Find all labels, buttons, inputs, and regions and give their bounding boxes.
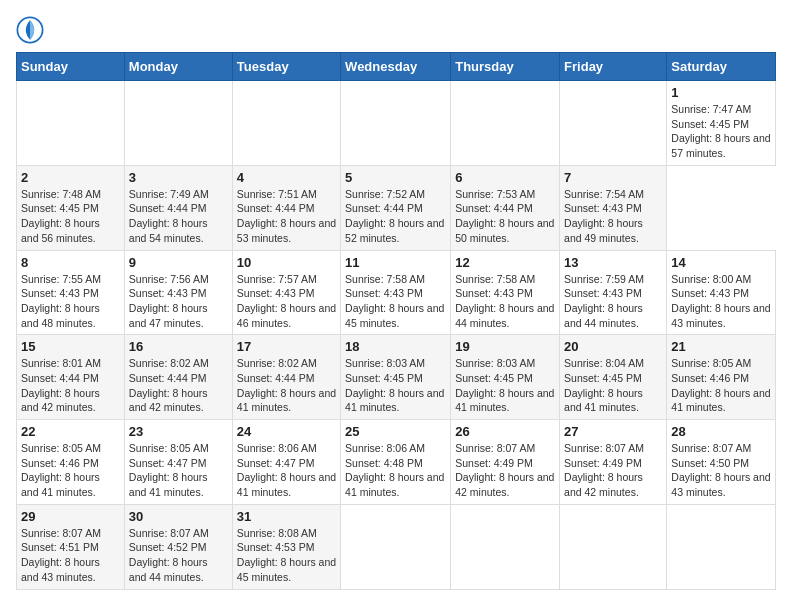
calendar-cell	[560, 504, 667, 589]
calendar-cell: 23 Sunrise: 8:05 AMSunset: 4:47 PMDaylig…	[124, 420, 232, 505]
day-number: 7	[564, 170, 662, 185]
calendar-cell: 29 Sunrise: 8:07 AMSunset: 4:51 PMDaylig…	[17, 504, 125, 589]
calendar-cell	[124, 81, 232, 166]
day-info: Sunrise: 7:59 AMSunset: 4:43 PMDaylight:…	[564, 272, 662, 331]
day-info: Sunrise: 8:07 AMSunset: 4:49 PMDaylight:…	[455, 441, 555, 500]
calendar-cell: 30 Sunrise: 8:07 AMSunset: 4:52 PMDaylig…	[124, 504, 232, 589]
calendar-header-monday: Monday	[124, 53, 232, 81]
calendar-cell: 22 Sunrise: 8:05 AMSunset: 4:46 PMDaylig…	[17, 420, 125, 505]
calendar-cell: 8 Sunrise: 7:55 AMSunset: 4:43 PMDayligh…	[17, 250, 125, 335]
day-info: Sunrise: 8:06 AMSunset: 4:47 PMDaylight:…	[237, 441, 336, 500]
day-info: Sunrise: 7:56 AMSunset: 4:43 PMDaylight:…	[129, 272, 228, 331]
calendar-cell: 21 Sunrise: 8:05 AMSunset: 4:46 PMDaylig…	[667, 335, 776, 420]
calendar-cell: 14 Sunrise: 8:00 AMSunset: 4:43 PMDaylig…	[667, 250, 776, 335]
day-info: Sunrise: 7:55 AMSunset: 4:43 PMDaylight:…	[21, 272, 120, 331]
day-info: Sunrise: 8:01 AMSunset: 4:44 PMDaylight:…	[21, 356, 120, 415]
calendar-cell	[341, 504, 451, 589]
calendar-cell: 5 Sunrise: 7:52 AMSunset: 4:44 PMDayligh…	[341, 165, 451, 250]
calendar-cell: 18 Sunrise: 8:03 AMSunset: 4:45 PMDaylig…	[341, 335, 451, 420]
day-number: 3	[129, 170, 228, 185]
calendar-week-row: 29 Sunrise: 8:07 AMSunset: 4:51 PMDaylig…	[17, 504, 776, 589]
day-info: Sunrise: 7:54 AMSunset: 4:43 PMDaylight:…	[564, 187, 662, 246]
calendar-cell	[341, 81, 451, 166]
calendar-cell: 17 Sunrise: 8:02 AMSunset: 4:44 PMDaylig…	[232, 335, 340, 420]
calendar-cell: 6 Sunrise: 7:53 AMSunset: 4:44 PMDayligh…	[451, 165, 560, 250]
calendar-week-row: 8 Sunrise: 7:55 AMSunset: 4:43 PMDayligh…	[17, 250, 776, 335]
calendar-cell	[560, 81, 667, 166]
calendar-cell: 31 Sunrise: 8:08 AMSunset: 4:53 PMDaylig…	[232, 504, 340, 589]
day-number: 17	[237, 339, 336, 354]
calendar-cell: 11 Sunrise: 7:58 AMSunset: 4:43 PMDaylig…	[341, 250, 451, 335]
calendar-cell	[451, 81, 560, 166]
day-info: Sunrise: 7:49 AMSunset: 4:44 PMDaylight:…	[129, 187, 228, 246]
day-info: Sunrise: 8:07 AMSunset: 4:49 PMDaylight:…	[564, 441, 662, 500]
calendar-cell: 4 Sunrise: 7:51 AMSunset: 4:44 PMDayligh…	[232, 165, 340, 250]
page-header	[16, 16, 776, 44]
day-number: 26	[455, 424, 555, 439]
day-info: Sunrise: 8:02 AMSunset: 4:44 PMDaylight:…	[237, 356, 336, 415]
day-info: Sunrise: 8:02 AMSunset: 4:44 PMDaylight:…	[129, 356, 228, 415]
calendar-header-tuesday: Tuesday	[232, 53, 340, 81]
calendar-cell: 15 Sunrise: 8:01 AMSunset: 4:44 PMDaylig…	[17, 335, 125, 420]
calendar-cell	[451, 504, 560, 589]
day-number: 8	[21, 255, 120, 270]
day-number: 12	[455, 255, 555, 270]
day-info: Sunrise: 7:57 AMSunset: 4:43 PMDaylight:…	[237, 272, 336, 331]
calendar-cell: 12 Sunrise: 7:58 AMSunset: 4:43 PMDaylig…	[451, 250, 560, 335]
day-number: 11	[345, 255, 446, 270]
day-number: 5	[345, 170, 446, 185]
day-info: Sunrise: 7:52 AMSunset: 4:44 PMDaylight:…	[345, 187, 446, 246]
calendar-cell: 25 Sunrise: 8:06 AMSunset: 4:48 PMDaylig…	[341, 420, 451, 505]
calendar-cell: 1 Sunrise: 7:47 AMSunset: 4:45 PMDayligh…	[667, 81, 776, 166]
day-number: 31	[237, 509, 336, 524]
day-number: 10	[237, 255, 336, 270]
day-number: 22	[21, 424, 120, 439]
calendar-header-sunday: Sunday	[17, 53, 125, 81]
day-info: Sunrise: 8:07 AMSunset: 4:52 PMDaylight:…	[129, 526, 228, 585]
day-info: Sunrise: 8:06 AMSunset: 4:48 PMDaylight:…	[345, 441, 446, 500]
day-number: 28	[671, 424, 771, 439]
calendar-week-row: 1 Sunrise: 7:47 AMSunset: 4:45 PMDayligh…	[17, 81, 776, 166]
day-number: 30	[129, 509, 228, 524]
calendar-week-row: 22 Sunrise: 8:05 AMSunset: 4:46 PMDaylig…	[17, 420, 776, 505]
day-info: Sunrise: 8:07 AMSunset: 4:51 PMDaylight:…	[21, 526, 120, 585]
calendar-cell: 26 Sunrise: 8:07 AMSunset: 4:49 PMDaylig…	[451, 420, 560, 505]
day-info: Sunrise: 7:51 AMSunset: 4:44 PMDaylight:…	[237, 187, 336, 246]
calendar-cell: 28 Sunrise: 8:07 AMSunset: 4:50 PMDaylig…	[667, 420, 776, 505]
calendar-table: SundayMondayTuesdayWednesdayThursdayFrid…	[16, 52, 776, 590]
day-number: 19	[455, 339, 555, 354]
day-number: 2	[21, 170, 120, 185]
calendar-header-friday: Friday	[560, 53, 667, 81]
calendar-header-thursday: Thursday	[451, 53, 560, 81]
logo-icon	[16, 16, 44, 44]
day-info: Sunrise: 8:00 AMSunset: 4:43 PMDaylight:…	[671, 272, 771, 331]
day-info: Sunrise: 8:05 AMSunset: 4:46 PMDaylight:…	[21, 441, 120, 500]
day-number: 21	[671, 339, 771, 354]
day-number: 14	[671, 255, 771, 270]
day-info: Sunrise: 7:48 AMSunset: 4:45 PMDaylight:…	[21, 187, 120, 246]
day-info: Sunrise: 7:47 AMSunset: 4:45 PMDaylight:…	[671, 102, 771, 161]
calendar-cell: 20 Sunrise: 8:04 AMSunset: 4:45 PMDaylig…	[560, 335, 667, 420]
day-info: Sunrise: 8:07 AMSunset: 4:50 PMDaylight:…	[671, 441, 771, 500]
day-info: Sunrise: 8:03 AMSunset: 4:45 PMDaylight:…	[345, 356, 446, 415]
calendar-cell	[667, 504, 776, 589]
day-number: 20	[564, 339, 662, 354]
day-info: Sunrise: 7:58 AMSunset: 4:43 PMDaylight:…	[455, 272, 555, 331]
day-number: 1	[671, 85, 771, 100]
calendar-cell: 10 Sunrise: 7:57 AMSunset: 4:43 PMDaylig…	[232, 250, 340, 335]
day-number: 18	[345, 339, 446, 354]
day-number: 15	[21, 339, 120, 354]
calendar-cell	[17, 81, 125, 166]
day-number: 23	[129, 424, 228, 439]
day-number: 29	[21, 509, 120, 524]
calendar-cell: 3 Sunrise: 7:49 AMSunset: 4:44 PMDayligh…	[124, 165, 232, 250]
calendar-cell: 27 Sunrise: 8:07 AMSunset: 4:49 PMDaylig…	[560, 420, 667, 505]
calendar-cell	[232, 81, 340, 166]
calendar-cell: 13 Sunrise: 7:59 AMSunset: 4:43 PMDaylig…	[560, 250, 667, 335]
day-number: 24	[237, 424, 336, 439]
calendar-cell: 7 Sunrise: 7:54 AMSunset: 4:43 PMDayligh…	[560, 165, 667, 250]
day-info: Sunrise: 8:05 AMSunset: 4:47 PMDaylight:…	[129, 441, 228, 500]
calendar-cell: 9 Sunrise: 7:56 AMSunset: 4:43 PMDayligh…	[124, 250, 232, 335]
day-info: Sunrise: 8:03 AMSunset: 4:45 PMDaylight:…	[455, 356, 555, 415]
calendar-header-wednesday: Wednesday	[341, 53, 451, 81]
